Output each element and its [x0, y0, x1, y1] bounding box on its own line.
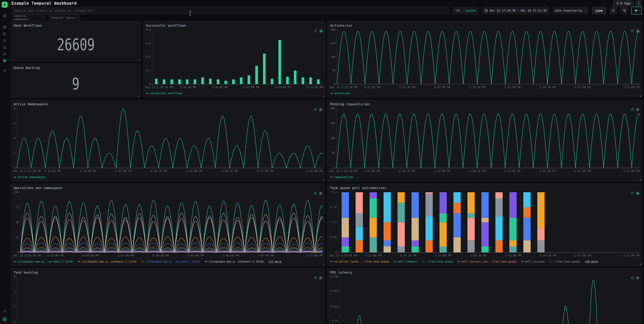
- legend-item[interactable]: poll_success · c..-flow-task-queue: [521, 260, 580, 263]
- chevron-updown-icon: [42, 16, 43, 18]
- line-chart[interactable]: 20K15K10K5K0Dec 16 5:29:30 PM5:32:00 PM5…: [329, 107, 640, 174]
- legend-more[interactable]: +12 more: [268, 260, 282, 263]
- line-chart-toggle-icon[interactable]: [314, 29, 318, 33]
- filter-edit-icon: [622, 9, 626, 12]
- temporal-namespace-select[interactable]: Temporal namespace: [12, 14, 45, 21]
- granularity-select[interactable]: Auto Granularity: [552, 7, 589, 14]
- svg-text:0.01: 0.01: [332, 319, 338, 322]
- panel-task-queue-poll-outcomes[interactable]: Task queue poll outcomes/sec 0.20.150.10…: [327, 184, 642, 266]
- legend-item[interactable]: clickpipes-aws-p..outheast-2.12c4n: [205, 260, 264, 263]
- legend-item[interactable]: poll_success_syn..-flow-task-queue: [458, 260, 516, 263]
- help-button[interactable]: ?: [2, 309, 8, 314]
- panel-pending-requests[interactable]: Pending requests/sec 20K15K10K5K0Dec 16 …: [327, 100, 642, 182]
- chart-legend: no_poller_tasks ..-flow-task-queuepoll_t…: [327, 259, 642, 266]
- panel-queue-backlog[interactable]: Queue Backlog 9: [11, 63, 141, 98]
- svg-text:5:47:00 PM: 5:47:00 PM: [258, 254, 274, 257]
- multi-line-chart[interactable]: 1007550250Dec 16 5:29:30 PM5:32:00 PM5:3…: [13, 191, 323, 259]
- line-chart-toggle-icon[interactable]: [314, 108, 317, 111]
- sidebar-item-monitors-icon[interactable]: [1, 44, 8, 51]
- legend-item[interactable]: clickpipes-aws-p..-us-east-1.12c4n: [141, 260, 200, 263]
- bar-chart-toggle-icon[interactable]: [636, 108, 639, 111]
- time-range-picker[interactable]: Dec 16 17:29:30 - Dec 16 17:51:30: [482, 7, 550, 14]
- panel-p95-latency[interactable]: P95 latency 0.0380.0290.0190.010Dec 16 5…: [327, 268, 642, 324]
- svg-text:5:51:00 PM: 5:51:00 PM: [306, 169, 322, 173]
- svg-text:1: 1: [14, 320, 16, 323]
- svg-text:5:47:00 PM: 5:47:00 PM: [575, 254, 591, 257]
- line-chart-toggle-icon[interactable]: [631, 192, 634, 195]
- live-button[interactable]: Live: [592, 7, 606, 14]
- legend-item[interactable]: requests/sec: [330, 176, 354, 179]
- lucene-option[interactable]: Lucene: [466, 9, 476, 12]
- svg-text:5:51:00 PM: 5:51:00 PM: [307, 86, 323, 89]
- bar-chart-toggle-icon[interactable]: [636, 276, 639, 280]
- panel-actions-sec[interactable]: Actions/sec 200150100500Dec 16 5:29:30 P…: [327, 21, 642, 98]
- svg-text:2: 2: [14, 151, 16, 155]
- legend-item[interactable]: no_poller_tasks ..-flow-task-queue: [330, 260, 389, 263]
- user-avatar[interactable]: D: [2, 317, 8, 322]
- temporal-region-select[interactable]: Temporal region: [49, 14, 80, 21]
- legend-more[interactable]: +56 more: [585, 260, 598, 263]
- svg-text:5:32:00 PM: 5:32:00 PM: [365, 254, 381, 257]
- svg-text:5:42:00 PM: 5:42:00 PM: [243, 86, 259, 89]
- main-content: Example Temporal dashboard 0 Tags SQL | …: [10, 0, 644, 324]
- bar-chart-toggle-icon[interactable]: [319, 108, 322, 111]
- panel-task-backlog[interactable]: Task backlog 43210Dec 16 5:29:30 PM5:32:…: [11, 268, 325, 324]
- chart-legend: action/sec: [328, 90, 642, 98]
- tags-button[interactable]: 0 Tags: [613, 0, 634, 7]
- sidebar-item-services[interactable]: [1, 24, 8, 30]
- panel-active-namespaces[interactable]: Active Namespaces 86420Dec 16 5:29:30 PM…: [11, 100, 325, 182]
- line-chart-toggle-icon[interactable]: [631, 108, 634, 111]
- time-range-label: Dec 16 17:29:30 - Dec 16 17:51:30: [490, 9, 546, 12]
- legend-item[interactable]: clickpipes-aws-p..outheast-2.12c4n: [78, 260, 137, 263]
- legend-item[interactable]: action/sec: [330, 92, 351, 95]
- chevron-updown-icon: [585, 9, 586, 12]
- panel-operations-per-namespace[interactable]: Operations per namespace 1007550250Dec 1…: [11, 184, 325, 266]
- svg-text:0.2: 0.2: [332, 191, 337, 194]
- line-chart-toggle-icon[interactable]: [314, 276, 317, 280]
- svg-text:50: 50: [332, 69, 336, 72]
- search-input[interactable]: [12, 7, 450, 14]
- query-language-toggle[interactable]: SQL | Lucene: [453, 7, 478, 14]
- bar-chart[interactable]: 0.80.60.40.20Dec 16 5:29:30 PM5:34:00 PM…: [145, 28, 323, 90]
- line-chart[interactable]: 86420Dec 16 5:29:30 PM5:32:00 PM5:34:30 …: [13, 107, 323, 174]
- svg-text:0: 0: [335, 251, 337, 254]
- run-query-button[interactable]: [631, 7, 642, 14]
- filter-button[interactable]: [620, 7, 628, 14]
- svg-text:5:34:00 PM: 5:34:00 PM: [180, 86, 196, 89]
- chart-type-toggles: [314, 29, 322, 33]
- svg-text:10K: 10K: [330, 137, 335, 140]
- toggle-divider: |: [462, 9, 464, 12]
- sidebar-item-dashboards[interactable]: [1, 57, 8, 64]
- line-chart-toggle-icon[interactable]: [631, 276, 634, 280]
- bar-chart-toggle-icon[interactable]: [319, 276, 322, 280]
- legend-item[interactable]: successful workflows: [146, 92, 182, 95]
- settings-gear-icon[interactable]: [1, 67, 8, 74]
- line-chart[interactable]: 200150100500Dec 16 5:29:30 PM5:32:00 PM5…: [330, 28, 640, 90]
- legend-item[interactable]: poll_timeout · c..-flow-task-queue: [394, 260, 453, 263]
- bar-chart-toggle-icon[interactable]: [319, 192, 322, 195]
- line-chart[interactable]: 0.0380.0290.0190.010Dec 16 5:29:30 PM5:3…: [329, 275, 640, 324]
- sidebar-item-charts[interactable]: [1, 30, 8, 37]
- line-chart-toggle-icon[interactable]: [631, 29, 634, 33]
- bar-chart-toggle-icon[interactable]: [636, 192, 639, 195]
- legend-item[interactable]: clickpipes-aws-p..-us-east-2.12c4n: [14, 260, 73, 263]
- app-logo[interactable]: [2, 2, 8, 8]
- line-chart-toggle-icon[interactable]: [314, 192, 317, 195]
- sidebar-item-alerts-bell-icon[interactable]: [1, 37, 8, 44]
- stacked-bar-chart[interactable]: 0.20.150.10.050Dec 16 5:29:30 PM5:32:00 …: [329, 191, 640, 259]
- bar-chart-toggle-icon[interactable]: [636, 29, 639, 33]
- panel-successful-workflows[interactable]: Successful workflows 0.80.60.40.20Dec 16…: [143, 21, 325, 98]
- chart-type-toggles: [631, 276, 639, 280]
- bar-chart-toggle-icon[interactable]: [320, 29, 322, 33]
- refresh-button[interactable]: [609, 7, 617, 14]
- svg-text:0: 0: [14, 166, 16, 169]
- more-options-button[interactable]: [636, 0, 642, 7]
- panel-open-workflows[interactable]: Open Workflows 26609: [11, 21, 141, 61]
- legend-item[interactable]: active namespaces: [14, 176, 46, 179]
- panel-title: Actions/sec: [328, 21, 642, 28]
- line-chart[interactable]: 43210Dec 16 5:29:30 PM5:32:00 PM5:34:30 …: [13, 275, 323, 324]
- sidebar-item-service-map-icon[interactable]: [1, 51, 8, 57]
- svg-text:5:39:30 PM: 5:39:30 PM: [152, 254, 168, 257]
- collapse-sidebar-icon[interactable]: [1, 12, 8, 19]
- sql-option[interactable]: SQL: [455, 9, 460, 12]
